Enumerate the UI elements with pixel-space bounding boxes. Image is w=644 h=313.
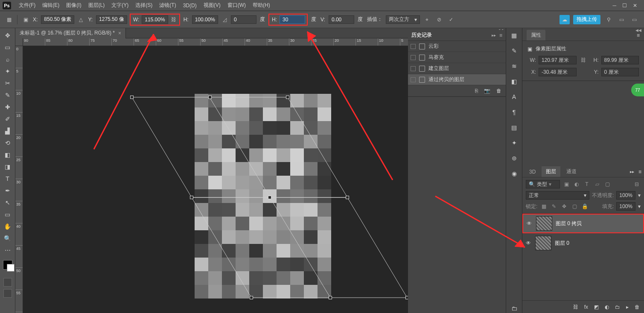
vskew-input[interactable]: 0.00 <box>329 15 354 24</box>
menu-filter[interactable]: 滤镜(T) <box>156 2 179 9</box>
screenmode-icon[interactable]: ▭ <box>629 15 639 24</box>
history-brush-tool-icon[interactable]: ⟲ <box>3 138 13 148</box>
brush-tool-icon[interactable]: ✐ <box>3 114 13 124</box>
text-tool-icon[interactable]: T <box>3 174 13 183</box>
tab-channels[interactable]: 通道 <box>562 166 581 177</box>
menu-file[interactable]: 文件(F) <box>15 2 39 9</box>
layer-row[interactable]: 👁图层 0 <box>522 233 644 253</box>
opacity-chevron-icon[interactable]: ▾ <box>638 192 641 198</box>
canvas[interactable] <box>195 94 331 294</box>
blendmode-select[interactable]: 正常▾ <box>526 191 589 200</box>
folder-dock-icon[interactable]: 🗀 <box>510 304 519 313</box>
marquee-tool-icon[interactable]: ▭ <box>3 43 13 52</box>
tools-dock-icon[interactable]: ✦ <box>510 138 519 148</box>
transform-handle-tm[interactable] <box>208 96 212 99</box>
fill-chevron-icon[interactable]: ▾ <box>638 203 641 209</box>
layer-name[interactable]: 图层 0 <box>555 240 569 247</box>
menu-3d[interactable]: 3D(D) <box>180 3 200 9</box>
layer-adj-icon[interactable]: ◐ <box>605 304 609 310</box>
menu-window[interactable]: 窗口(W) <box>224 2 249 9</box>
menu-image[interactable]: 图像(I) <box>63 2 85 9</box>
menu-edit[interactable]: 编辑(E) <box>39 2 63 9</box>
history-item[interactable]: 通过拷贝的图层 <box>408 74 506 85</box>
gradient-tool-icon[interactable]: ◨ <box>3 162 13 171</box>
transform-handle-bl[interactable] <box>250 296 253 299</box>
fill-input[interactable]: 100% <box>616 202 635 211</box>
quickmask-icon[interactable] <box>3 278 12 287</box>
properties-title[interactable]: 属性 <box>527 30 545 41</box>
lock-pos-icon[interactable]: ✥ <box>560 203 568 210</box>
link-icon[interactable]: ⛓ <box>170 16 178 23</box>
layer-row[interactable]: 👁图层 0 拷贝 <box>522 214 644 233</box>
shape-tool-icon[interactable]: ▭ <box>3 210 13 219</box>
visibility-icon[interactable]: 👁 <box>526 220 533 226</box>
commit-transform-button[interactable]: ✓ <box>446 15 456 24</box>
layer-filter-select[interactable]: 🔍 类型 ▾ <box>526 180 560 188</box>
minimize-icon[interactable]: ─ <box>612 3 616 9</box>
heal-tool-icon[interactable]: ✚ <box>3 102 13 112</box>
layer-trash-icon[interactable]: 🗑 <box>635 304 640 310</box>
layer-thumbnail[interactable] <box>535 236 551 250</box>
menu-help[interactable]: 帮助(H) <box>249 2 274 9</box>
styles-dock-icon[interactable]: ◧ <box>510 77 519 86</box>
history-item[interactable]: 建立图层 <box>408 63 506 74</box>
refpoint-icon[interactable]: ▣ <box>22 16 29 23</box>
prop-w-input[interactable]: 120.97 厘米 <box>539 56 577 64</box>
hand-tool-icon[interactable]: ✋ <box>3 222 13 231</box>
rotate-input[interactable]: 0 <box>231 15 256 24</box>
filter-type-icon[interactable]: T <box>583 180 591 188</box>
lock-pixel-icon[interactable]: ✎ <box>550 203 558 210</box>
cancel-transform-button[interactable]: ⊘ <box>434 15 444 24</box>
layer-thumbnail[interactable] <box>536 216 552 231</box>
badge[interactable]: 77 <box>631 84 644 96</box>
layers-popout-icon[interactable]: ▸▸ <box>630 169 634 174</box>
layer-fx-icon[interactable]: fx <box>584 304 588 310</box>
upload-button[interactable]: 拖拽上传 <box>573 15 600 24</box>
character-dock-icon[interactable]: A <box>510 92 519 101</box>
transform-handle-bm[interactable] <box>329 296 332 299</box>
tab-close-icon[interactable]: × <box>118 30 121 36</box>
x-input[interactable]: 850.50 像素 <box>41 15 74 24</box>
history-snapshot-icon[interactable]: 📷 <box>484 88 490 94</box>
layer-new-icon[interactable]: ▸ <box>626 304 629 310</box>
document-tab[interactable]: 未标题-1 @ 16.7% (图层 0 拷贝, RGB/8) * × <box>15 28 126 38</box>
prop-h-input[interactable]: 89.99 厘米 <box>601 56 639 64</box>
swatches-dock-icon[interactable]: ▦ <box>510 31 519 40</box>
tab-layers[interactable]: 图层 <box>542 166 560 177</box>
interp-select[interactable]: 两次立方▾ <box>386 15 420 24</box>
transform-center-icon[interactable] <box>268 196 271 199</box>
layers-menu-icon[interactable]: ≡ <box>638 169 641 175</box>
transform-handle-mr[interactable] <box>346 196 349 199</box>
y-input[interactable]: 1275.50 像 <box>96 15 127 24</box>
quickselect-tool-icon[interactable]: ✦ <box>3 67 13 76</box>
filter-toggle-icon[interactable]: ⊟ <box>633 180 641 188</box>
brushes-dock-icon[interactable]: ✎ <box>510 46 519 55</box>
menu-select[interactable]: 选择(S) <box>132 2 156 9</box>
lock-trans-icon[interactable]: ▦ <box>540 203 548 210</box>
transform-handle-tl[interactable] <box>130 96 134 99</box>
history-item[interactable]: 云彩 <box>408 41 506 52</box>
layer-name[interactable]: 图层 0 拷贝 <box>556 220 582 227</box>
tab-3d[interactable]: 3D <box>525 167 540 177</box>
lock-artboard-icon[interactable]: ▢ <box>571 203 578 210</box>
filter-smart-icon[interactable]: ▢ <box>603 180 611 188</box>
layer-group-icon[interactable]: 🗀 <box>615 304 620 310</box>
delta-icon[interactable]: △ <box>77 16 85 23</box>
history-menu-icon[interactable]: ≡ <box>499 32 502 38</box>
eraser-tool-icon[interactable]: ◧ <box>3 150 13 159</box>
libraries-dock-icon[interactable]: ⊚ <box>510 154 519 163</box>
transform-handle-tr[interactable] <box>286 96 289 99</box>
h-input[interactable]: 100.00% <box>192 15 218 24</box>
opacity-input[interactable]: 100% <box>616 191 635 200</box>
path-tool-icon[interactable]: ↖ <box>3 198 13 207</box>
menu-view[interactable]: 视图(V) <box>200 2 224 9</box>
search-icon[interactable]: ⚲ <box>604 15 613 24</box>
cloud-icon[interactable]: ☁ <box>559 15 570 24</box>
lock-all-icon[interactable]: 🔒 <box>581 203 589 210</box>
maximize-icon[interactable]: ☐ <box>622 3 627 9</box>
layer-link-icon[interactable]: ⛓ <box>573 304 578 310</box>
more-tool-icon[interactable]: ⋯ <box>3 246 13 255</box>
hskew-input[interactable]: 30 <box>280 15 305 24</box>
eyedropper-tool-icon[interactable]: ✎ <box>3 90 13 100</box>
visibility-icon[interactable]: 👁 <box>525 240 532 246</box>
